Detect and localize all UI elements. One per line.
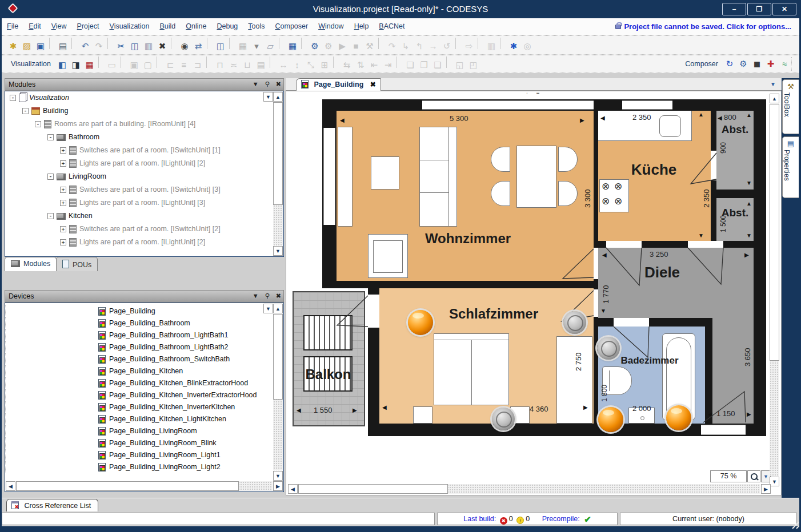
signal-trace-icon[interactable]: ≈ [778,57,791,71]
expander-icon[interactable]: - [22,108,29,114]
device-item[interactable]: Page_Building_Bathroom [5,317,263,329]
align-left-icon[interactable]: ⊏ [163,58,177,72]
expander-icon[interactable]: - [10,95,16,101]
expander-icon[interactable]: + [60,187,66,193]
module-tree-item[interactable]: +Lights are part of a room. [ILightUnit]… [5,196,263,209]
device-item[interactable]: Page_Building_Bathroom_SwitchBath [5,353,263,365]
module-tree-item[interactable]: +Switches are part of a room. [ISwitchUn… [5,183,263,196]
menu-item[interactable]: Help [349,18,374,30]
step-over-icon[interactable]: ↷ [385,39,399,53]
visualization-toolbar-label[interactable]: Visualization [11,60,51,68]
menu-item[interactable]: Window [313,18,349,30]
menu-item[interactable]: Composer [270,18,313,30]
scroll-up-icon[interactable]: ▲ [273,92,283,102]
menu-item[interactable]: Visualization [105,18,155,30]
align-right-icon[interactable]: ⊐ [191,58,205,72]
scroll-down-icon[interactable]: ▼ [273,471,283,481]
module-tree-item[interactable]: -Rooms are part of a building. [IRoomUni… [5,118,263,131]
module-tree-item[interactable]: -Building [5,104,263,118]
scroll-up-icon[interactable]: ▲ [273,304,283,313]
redo-icon[interactable]: ↷ [92,39,106,53]
store-icon[interactable]: ▥ [484,39,498,53]
login-icon[interactable]: ⚙ [308,39,322,53]
single-cycle-icon[interactable]: ⚒ [363,39,377,53]
next-statement-icon[interactable]: ⇨ [462,39,476,53]
module-tree-icon[interactable]: ◼ [750,57,764,71]
size-grid-icon[interactable]: ⊞ [318,58,331,72]
cut-icon[interactable]: ✂ [114,39,128,53]
menu-item[interactable]: Project [72,18,105,30]
new-project-icon[interactable]: ✱ [6,39,20,53]
select-group-icon[interactable]: ◱ [453,58,467,72]
tab-cross-reference-list[interactable]: Cross Reference List [6,499,98,512]
paste-icon[interactable]: ▥ [142,39,155,53]
distribute-vert-icon[interactable]: ⇅ [354,58,367,72]
module-tree-item[interactable]: +Lights are part of a room. [ILightUnit]… [5,157,263,170]
expander-icon[interactable]: + [60,200,66,206]
stop-icon[interactable]: ■ [349,39,363,53]
send-back-icon[interactable]: ❑ [431,58,444,72]
composer-toolbar-label[interactable]: Composer [685,60,718,68]
scroll-right-icon[interactable]: ▶ [761,484,771,494]
compare-icon[interactable]: ◫ [214,39,227,53]
modules-panel-header[interactable]: Modules ▼ ⚲ ✖ [5,78,284,91]
menu-item[interactable]: BACNet [374,18,410,30]
align-center-icon[interactable]: ≡ [177,58,191,72]
expander-icon[interactable]: - [47,134,54,140]
add-library-icon[interactable]: ✚ [764,57,778,71]
tab-modules[interactable]: Modules [5,257,57,271]
device-item[interactable]: Page_Building [5,305,263,317]
build-icon[interactable]: ▦ [286,39,299,53]
device-item[interactable]: Page_Building_Kitchen_LightKitchen [5,413,263,425]
print-icon[interactable]: ▤ [56,39,70,53]
size-height-icon[interactable]: ↕ [290,58,304,72]
devices-panel-header[interactable]: Devices ▼ ⚲ ✖ [5,290,284,303]
device-item[interactable]: Page_Building_LivingRoom_Blink [5,437,263,449]
lamp-schlafzimmer[interactable] [408,310,433,335]
editor-hscroll-thumb[interactable] [298,484,448,494]
lamp-badezimmer-1[interactable] [598,407,623,432]
device-item[interactable]: Page_Building_Kitchen_InverterExtractorH… [5,389,263,401]
editor-vscroll-thumb[interactable] [770,104,779,361]
tab-toolbox[interactable]: ⚒ ToolBox [782,79,799,134]
tree-dropdown-icon[interactable]: ▼ [263,92,273,102]
delete-icon[interactable]: ✖ [155,39,169,53]
element-list-icon[interactable]: ▦ [83,58,97,72]
module-tree-item[interactable]: +Lights are part of a room. [ILightUnit]… [5,236,263,249]
expander-icon[interactable]: + [60,147,66,154]
logout-icon[interactable]: ⚙ [322,39,335,53]
device-item[interactable]: Page_Building_Bathroom_LightBath2 [5,341,263,353]
switch-badezimmer[interactable] [597,337,620,360]
ungroup-icon[interactable]: ▢ [141,58,155,72]
undo-icon[interactable]: ↶ [78,39,92,53]
scroll-left-icon[interactable]: ◀ [6,481,15,491]
export-page-icon[interactable]: ▱ [263,39,277,53]
scroll-left-icon[interactable]: ◀ [288,484,298,494]
distribute-horz-icon[interactable]: ⇆ [340,58,354,72]
tab-page-building[interactable]: Page_Building ✖ [296,78,381,91]
close-tab-icon[interactable]: ✖ [370,80,376,88]
expander-icon[interactable]: - [35,121,41,127]
expander-icon[interactable]: + [60,239,66,245]
module-tree-item[interactable]: +Switches are part of a room. [ISwitchUn… [5,223,263,236]
devices-vscroll-thumb[interactable] [273,314,283,400]
save-icon[interactable]: ▣ [34,39,47,53]
expander-icon[interactable]: + [60,226,66,232]
scroll-down-icon[interactable]: ▼ [770,477,779,486]
module-tree-item[interactable]: -Visualization [5,91,263,104]
list-dropdown-icon[interactable]: ▼ [263,304,273,313]
panel-menu-icon[interactable]: ▼ [253,80,259,87]
module-tree-item[interactable]: -LivingRoom [5,170,263,183]
options-icon[interactable]: ✱ [507,39,520,53]
close-panel-icon[interactable]: ✖ [276,80,281,87]
deselect-group-icon[interactable]: ◰ [467,58,480,72]
copy-icon[interactable]: ◫ [128,39,142,53]
expander-icon[interactable]: - [47,213,54,219]
menu-item[interactable]: Tools [243,18,270,30]
panel-menu-icon[interactable]: ▼ [253,292,259,299]
close-panel-icon[interactable]: ✖ [276,292,281,299]
lamp-badezimmer-2[interactable] [666,405,691,430]
maximize-button[interactable]: ❐ [747,3,771,15]
module-tree-item[interactable]: -Kitchen [5,209,263,223]
bring-forward-icon[interactable]: ❐ [417,58,431,72]
